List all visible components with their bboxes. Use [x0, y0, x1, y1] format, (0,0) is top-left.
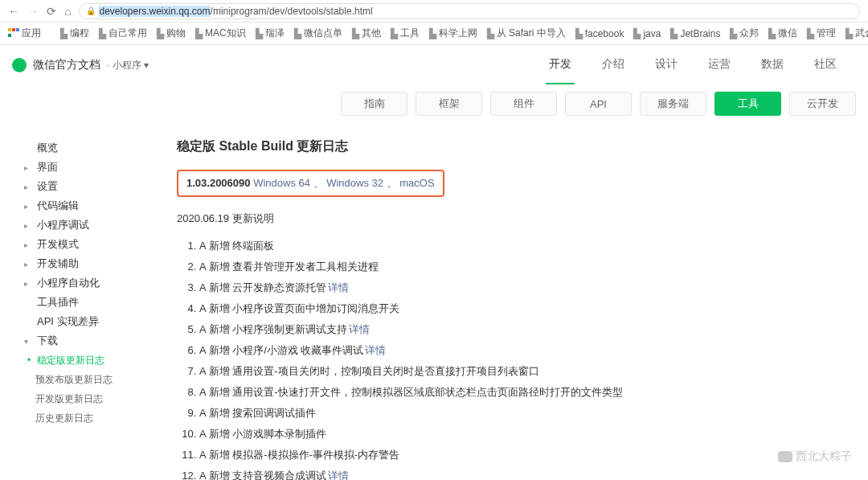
bookmark-item[interactable]: ▙从 Safari 中导入 — [487, 27, 566, 40]
changelog-item: A 新增 小游戏脚本录制插件 — [199, 424, 852, 445]
subnav-服务端[interactable]: 服务端 — [640, 92, 706, 116]
chevron-icon: ▸ — [24, 202, 32, 211]
chevron-icon: ▸ — [24, 279, 32, 288]
changelog-item: A 新增 终端面板 — [199, 236, 852, 256]
folder-icon: ▙ — [845, 28, 853, 39]
wechat-icon — [778, 451, 792, 462]
subnav-指南[interactable]: 指南 — [341, 92, 407, 116]
header-nav-介绍[interactable]: 介绍 — [599, 46, 628, 84]
bookmark-item[interactable]: ▙管理 — [807, 27, 836, 40]
header-title: 微信官方文档 — [33, 58, 100, 72]
site-header: 微信官方文档 · 小程序 ▾ 开发介绍设计运营数据社区 — [0, 45, 868, 85]
sidebar: 概览▸界面▸设置▸代码编辑▸小程序调试▸开发模式▸开发辅助▸小程序自动化工具插件… — [0, 138, 161, 480]
bookmarks-bar: 应用 ▙编程▙自己常用▙购物▙MAC知识▙瑞泽▙微信点单▙其他▙工具▙科学上网▙… — [0, 23, 868, 45]
chevron-icon: ▸ — [24, 221, 32, 230]
subnav-组件[interactable]: 组件 — [490, 92, 557, 116]
version-number: 1.03.2006090 — [186, 177, 251, 189]
detail-link[interactable]: 详情 — [349, 323, 370, 335]
bookmark-item[interactable]: ▙微信 — [768, 27, 797, 40]
detail-link[interactable]: 详情 — [365, 344, 386, 356]
header-subtitle[interactable]: · 小程序 ▾ — [107, 59, 149, 72]
folder-icon: ▙ — [768, 28, 776, 39]
changelog-item: A 新增 通用设置-项目关闭时，控制项目关闭时是否直接打开项目列表窗口 — [199, 361, 852, 382]
folder-icon: ▙ — [730, 28, 737, 39]
header-nav-开发[interactable]: 开发 — [546, 46, 575, 84]
detail-link[interactable]: 详情 — [328, 281, 349, 293]
home-button[interactable]: ⌂ — [64, 5, 71, 18]
sidebar-item[interactable]: ▸小程序调试 — [24, 215, 161, 235]
header-nav-社区[interactable]: 社区 — [811, 46, 840, 84]
folder-icon: ▙ — [195, 28, 203, 39]
bookmark-item[interactable]: ▙facebook — [575, 28, 624, 39]
sidebar-subitem[interactable]: 开发版更新日志 — [24, 389, 161, 408]
sidebar-item[interactable]: ▸开发辅助 — [24, 254, 161, 273]
sidebar-item[interactable]: ▸开发模式 — [24, 235, 161, 254]
bookmark-item[interactable]: ▙众邦 — [730, 27, 759, 40]
subnav-API[interactable]: API — [565, 92, 632, 116]
url-host: developers.weixin.qq.com — [99, 6, 210, 17]
sidebar-item[interactable]: ▾下载 — [24, 331, 161, 351]
version-download-box: 1.03.2006090 Windows 64 、 Windows 32 、 m… — [177, 170, 444, 197]
chevron-icon: ▸ — [24, 240, 32, 249]
folder-icon: ▙ — [633, 28, 641, 39]
sidebar-item[interactable]: ▸小程序自动化 — [24, 273, 161, 293]
bookmark-item[interactable]: ▙微信点单 — [294, 27, 342, 40]
changelog-item: A 新增 小程序强制更新调试支持详情 — [199, 319, 852, 340]
changelog-item: A 新增 通用设置-快速打开文件，控制模拟器区域底部状态栏点击页面路径时打开的文… — [199, 382, 852, 403]
bookmark-item[interactable]: ▙购物 — [157, 27, 186, 40]
apps-button[interactable]: 应用 — [8, 27, 41, 40]
detail-link[interactable]: 详情 — [328, 470, 349, 480]
download-link[interactable]: Windows 64 — [253, 177, 310, 189]
sidebar-item[interactable]: ▸代码编辑 — [24, 196, 161, 215]
changelog-item: A 新增 支持音视频合成调试详情 — [199, 466, 852, 480]
folder-icon: ▙ — [575, 28, 583, 39]
sidebar-item[interactable]: 概览 — [24, 138, 161, 158]
bookmark-item[interactable]: ▙瑞泽 — [256, 27, 285, 40]
download-link[interactable]: Windows 32 — [324, 177, 383, 189]
changelog-item: A 新增 模拟器-模拟操作-事件模拟-内存警告 — [199, 445, 852, 466]
subnav-框架[interactable]: 框架 — [416, 92, 482, 116]
changelog-item: A 新增 云开发静态资源托管详情 — [199, 277, 852, 298]
download-link[interactable]: macOS — [397, 177, 435, 189]
bookmark-item[interactable]: ▙java — [633, 28, 661, 39]
header-nav-设计[interactable]: 设计 — [652, 46, 681, 84]
folder-icon: ▙ — [294, 28, 301, 39]
bookmark-item[interactable]: ▙工具 — [391, 27, 420, 40]
reload-button[interactable]: ⟳ — [47, 5, 56, 18]
watermark: 西北大粽子 — [778, 449, 852, 464]
bookmark-item[interactable]: ▙JetBrains — [670, 28, 720, 39]
sidebar-subitem[interactable]: 历史更新日志 — [24, 408, 161, 428]
bookmark-item[interactable]: ▙其他 — [352, 27, 381, 40]
folder-icon: ▙ — [670, 28, 678, 39]
sidebar-item[interactable]: API 实现差异 — [24, 312, 161, 331]
folder-icon: ▙ — [352, 28, 359, 39]
sidebar-item[interactable]: ▸界面 — [24, 158, 161, 177]
header-nav-运营[interactable]: 运营 — [705, 46, 734, 84]
folder-icon: ▙ — [99, 28, 106, 39]
back-button[interactable]: ← — [8, 5, 19, 18]
sidebar-subitem[interactable]: 稳定版更新日志 — [24, 351, 161, 370]
bookmark-item[interactable]: ▙编程 — [60, 27, 89, 40]
bookmark-item[interactable]: ▙武金龙机器 — [845, 27, 868, 40]
chevron-icon: ▸ — [24, 260, 32, 269]
browser-toolbar: ← → ⟳ ⌂ 🔒 developers.weixin.qq.com/minip… — [0, 0, 868, 23]
sidebar-subitem[interactable]: 预发布版更新日志 — [24, 370, 161, 389]
sidebar-item[interactable]: 工具插件 — [24, 293, 161, 312]
folder-icon: ▙ — [157, 28, 164, 39]
header-nav-数据[interactable]: 数据 — [758, 46, 787, 84]
content-area: 稳定版 Stable Build 更新日志 1.03.2006090 Windo… — [161, 138, 868, 480]
subnav-工具[interactable]: 工具 — [714, 92, 781, 116]
wechat-logo-icon — [12, 58, 27, 72]
bookmark-item[interactable]: ▙自己常用 — [99, 27, 147, 40]
folder-icon: ▙ — [391, 28, 398, 39]
subnav-云开发[interactable]: 云开发 — [789, 92, 856, 116]
page-title: 稳定版 Stable Build 更新日志 — [177, 138, 852, 155]
forward-button[interactable]: → — [27, 5, 39, 18]
chevron-icon: ▸ — [24, 183, 32, 191]
bookmark-item[interactable]: ▙MAC知识 — [195, 27, 246, 40]
lock-icon: 🔒 — [86, 6, 96, 15]
changelog-item: A 新增 查看并管理开发者工具相关进程 — [199, 256, 852, 277]
bookmark-item[interactable]: ▙科学上网 — [429, 27, 477, 40]
url-bar[interactable]: 🔒 developers.weixin.qq.com/miniprogram/d… — [79, 3, 860, 19]
sidebar-item[interactable]: ▸设置 — [24, 177, 161, 196]
